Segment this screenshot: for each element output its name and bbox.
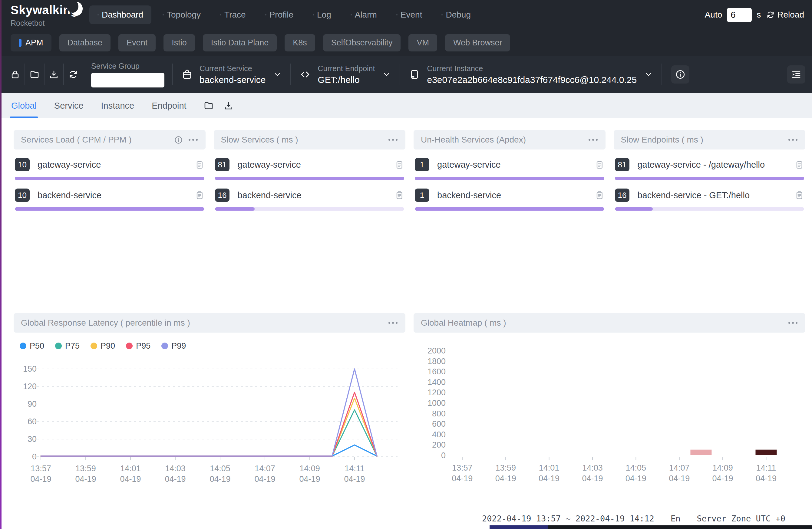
selector-toolbar: Service Group Current Service backend-se… <box>1 56 812 93</box>
current-service-selector[interactable]: Current Service backend-service <box>173 64 290 85</box>
nav-item-topology[interactable]: Topology <box>155 5 209 24</box>
heatmap-cell[interactable] <box>690 450 711 455</box>
svg-text:04-19: 04-19 <box>625 474 647 483</box>
nav-item-log[interactable]: Log <box>305 5 339 24</box>
legend-item-p75[interactable]: P75 <box>55 341 79 351</box>
current-instance-selector[interactable]: Current Instance e3e07e2a2b664e8c91fda37… <box>400 64 662 85</box>
time-range[interactable]: 2022-04-19 13:57 ~ 2022-04-19 14:12 <box>482 514 654 523</box>
legend-item-p50[interactable]: P50 <box>20 341 44 351</box>
heatmap-cell[interactable] <box>755 450 777 455</box>
nav-item-event[interactable]: Event <box>388 5 431 24</box>
toolbar-divider <box>662 63 662 85</box>
svg-text:14:07: 14:07 <box>255 464 275 473</box>
nav-item-label: Log <box>317 10 331 20</box>
metric-value-badge: 10 <box>15 158 30 171</box>
metric-name: gateway-service <box>237 160 301 170</box>
legend-dot <box>90 342 97 349</box>
template-tab-event[interactable]: Event <box>118 34 156 52</box>
metric-name: backend-service - GET:/hello <box>637 190 750 200</box>
template-tab-selfobservability[interactable]: SelfObservability <box>323 34 401 52</box>
nav-item-dot <box>441 14 443 15</box>
latency-chart-plot[interactable]: 030609012015013:5704-1913:5904-1914:0104… <box>14 353 405 498</box>
legend-item-p95[interactable]: P95 <box>126 341 150 351</box>
nav-item-label: Trace <box>224 10 246 20</box>
copy-icon[interactable] <box>795 190 804 200</box>
more-menu-icon[interactable] <box>588 137 598 143</box>
auto-refresh-interval-input[interactable] <box>727 8 752 22</box>
legend-dot <box>161 342 168 349</box>
auto-refresh-unit: s <box>757 10 761 20</box>
template-tab-label: SelfObservability <box>331 38 393 47</box>
current-endpoint-selector[interactable]: Current Endpoint GET:/hello <box>291 64 400 85</box>
tab-service[interactable]: Service <box>54 93 84 118</box>
svg-text:30: 30 <box>28 435 37 444</box>
heatmap-plot[interactable]: 020040060080010001200140016001800200013:… <box>414 337 805 483</box>
info-button[interactable] <box>671 65 690 84</box>
more-menu-icon[interactable] <box>788 320 798 326</box>
template-tab-database[interactable]: Database <box>59 34 111 52</box>
language-toggle[interactable]: En <box>671 514 681 523</box>
metric-value-badge: 81 <box>615 158 630 171</box>
metric-bar-fill <box>215 207 255 211</box>
copy-icon[interactable] <box>394 160 404 170</box>
copy-icon[interactable] <box>595 160 604 170</box>
copy-icon[interactable] <box>195 190 204 200</box>
legend-item-p90[interactable]: P90 <box>90 341 115 351</box>
template-tab-label: Database <box>68 38 103 47</box>
lock-icon[interactable] <box>6 65 25 84</box>
tab-instance[interactable]: Instance <box>101 93 134 118</box>
copy-icon[interactable] <box>394 190 404 200</box>
svg-text:04-19: 04-19 <box>712 474 733 483</box>
service-group-input[interactable] <box>91 73 164 87</box>
legend-item-p99[interactable]: P99 <box>161 341 186 351</box>
metric-bar <box>415 207 604 211</box>
card-info-icon[interactable] <box>174 135 183 145</box>
svg-text:1600: 1600 <box>427 367 446 376</box>
nav-item-dot <box>220 14 221 15</box>
metric-value-badge: 1 <box>415 189 429 202</box>
nav-item-profile[interactable]: Profile <box>257 5 302 24</box>
svg-text:04-19: 04-19 <box>582 474 603 483</box>
more-menu-icon[interactable] <box>788 137 798 143</box>
nav-item-trace[interactable]: Trace <box>212 5 254 24</box>
tab-global[interactable]: Global <box>11 93 37 118</box>
copy-icon[interactable] <box>595 190 604 200</box>
template-tab-istio[interactable]: Istio <box>163 34 195 52</box>
svg-text:14:01: 14:01 <box>120 464 141 473</box>
folder-icon[interactable] <box>203 101 214 111</box>
menu-unfold-icon[interactable] <box>787 65 805 84</box>
refresh-icon[interactable] <box>64 65 83 84</box>
reload-button[interactable]: Reload <box>766 10 804 20</box>
copy-icon[interactable] <box>195 160 204 170</box>
folder-icon[interactable] <box>25 65 44 84</box>
metric-name: backend-service <box>38 190 101 200</box>
latency-chart-card: Global Response Latency ( percentile in … <box>14 313 405 498</box>
server-zone-label: Server Zone UTC +0 <box>697 514 785 523</box>
export-icon[interactable] <box>223 101 234 111</box>
template-tab-istio-data-plane[interactable]: Istio Data Plane <box>203 34 277 52</box>
nav-item-dot <box>163 14 164 15</box>
service-group-label: Service Group <box>91 62 164 71</box>
nav-item-debug[interactable]: Debug <box>433 5 479 24</box>
template-tab-vm[interactable]: VM <box>408 34 437 52</box>
metric-bar-fill <box>415 207 604 211</box>
template-tab-web-browser[interactable]: Web Browser <box>445 34 510 52</box>
more-menu-icon[interactable] <box>388 320 398 326</box>
nav-item-alarm[interactable]: Alarm <box>343 5 385 24</box>
more-menu-icon[interactable] <box>188 137 198 143</box>
legend-label: P95 <box>136 341 150 351</box>
tab-endpoint[interactable]: Endpoint <box>152 93 187 118</box>
copy-icon[interactable] <box>795 160 804 170</box>
legend-dot <box>55 342 62 349</box>
template-tab-k8s[interactable]: K8s <box>285 34 315 52</box>
template-tab-apm[interactable]: APM <box>11 34 52 52</box>
nav-item-dot <box>396 14 397 15</box>
svg-text:14:11: 14:11 <box>756 463 776 472</box>
moon-icon <box>79 1 83 17</box>
more-menu-icon[interactable] <box>388 137 398 143</box>
card-title: Slow Services ( ms ) <box>221 135 298 145</box>
svg-text:60: 60 <box>28 417 37 426</box>
import-icon[interactable] <box>44 65 63 84</box>
chart-title: Global Heatmap ( ms ) <box>421 318 506 328</box>
nav-item-dashboard[interactable]: Dashboard <box>89 5 151 24</box>
